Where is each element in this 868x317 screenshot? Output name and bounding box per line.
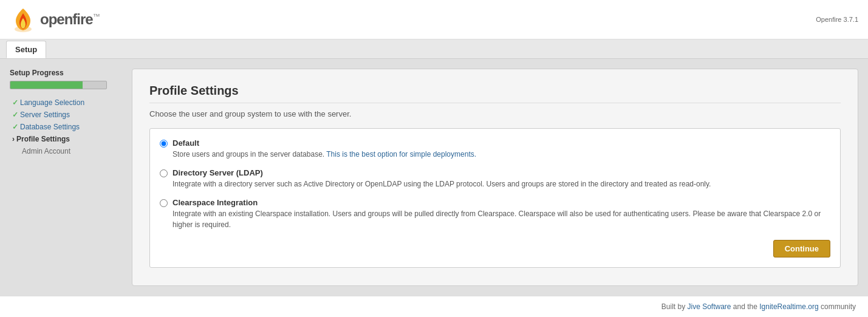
sidebar: Setup Progress ✓ Language Selection ✓ Se… xyxy=(10,69,122,286)
footer-link-jive[interactable]: Jive Software xyxy=(688,302,731,311)
check-icon: ✓ xyxy=(12,98,18,107)
sidebar-label-admin: Admin Account xyxy=(22,147,70,155)
sidebar-link-server[interactable]: Server Settings xyxy=(20,111,70,119)
option-default-desc: Store users and groups in the server dat… xyxy=(173,149,830,160)
sidebar-link-language[interactable]: Language Selection xyxy=(20,98,84,107)
sidebar-item-profile: › Profile Settings xyxy=(10,133,122,145)
option-clearspace: Clearspace Integration Integrate with an… xyxy=(160,198,830,230)
sidebar-item-database: ✓ Database Settings xyxy=(10,121,122,133)
footer-text-before: Built by xyxy=(661,302,688,311)
radio-clearspace[interactable] xyxy=(160,199,168,207)
sidebar-item-language: ✓ Language Selection xyxy=(10,97,122,109)
option-clearspace-label[interactable]: Clearspace Integration xyxy=(173,198,258,207)
openfire-logo-icon xyxy=(10,6,36,33)
radio-default[interactable] xyxy=(160,140,168,148)
option-ldap-content: Directory Server (LDAP) Integrate with a… xyxy=(173,168,830,189)
option-default-label[interactable]: Default xyxy=(173,138,199,148)
page-title: Profile Settings xyxy=(149,84,841,103)
check-icon: ✓ xyxy=(12,111,18,119)
option-ldap: Directory Server (LDAP) Integrate with a… xyxy=(160,168,830,189)
option-clearspace-desc: Integrate with an existing Clearspace in… xyxy=(173,208,830,230)
sidebar-item-admin: Admin Account xyxy=(10,145,122,157)
tab-setup[interactable]: Setup xyxy=(6,41,46,58)
option-default-desc-plain: Store users and groups in the server dat… xyxy=(173,150,326,158)
logo-wordmark: openfire™ xyxy=(40,11,100,28)
nav-tabs: Setup xyxy=(0,39,868,59)
footer: Built by Jive Software and the IgniteRea… xyxy=(0,296,868,317)
sidebar-item-server: ✓ Server Settings xyxy=(10,109,122,121)
header: openfire™ Openfire 3.7.1 xyxy=(0,0,868,39)
option-default-desc-highlight: This is the best option for simple deplo… xyxy=(326,150,476,158)
arrow-icon: › xyxy=(12,135,15,143)
content-panel: Profile Settings Choose the user and gro… xyxy=(132,69,858,286)
main-area: Setup Progress ✓ Language Selection ✓ Se… xyxy=(0,59,868,296)
sidebar-label-profile: Profile Settings xyxy=(16,135,70,143)
logo: openfire™ xyxy=(10,6,100,33)
check-icon: ✓ xyxy=(12,123,18,131)
options-box: Default Store users and groups in the se… xyxy=(149,128,841,268)
page-description: Choose the user and group system to use … xyxy=(149,109,841,118)
continue-button[interactable]: Continue xyxy=(773,240,830,257)
button-row: Continue xyxy=(160,240,830,257)
radio-ldap[interactable] xyxy=(160,169,168,177)
version-label: Openfire 3.7.1 xyxy=(816,16,858,23)
option-default-content: Default Store users and groups in the se… xyxy=(173,138,830,160)
option-default: Default Store users and groups in the se… xyxy=(160,138,830,160)
option-ldap-desc: Integrate with a directory server such a… xyxy=(173,179,830,189)
footer-link-ignite[interactable]: IgniteRealtime.org xyxy=(759,302,818,311)
option-ldap-label[interactable]: Directory Server (LDAP) xyxy=(173,168,263,177)
footer-text-middle: and the xyxy=(731,302,760,311)
sidebar-link-database[interactable]: Database Settings xyxy=(20,123,80,131)
footer-text-after: community xyxy=(819,302,856,311)
progress-bar xyxy=(10,81,107,89)
content-inner: Profile Settings Choose the user and gro… xyxy=(132,69,858,282)
progress-bar-fill xyxy=(10,81,83,89)
setup-progress-label: Setup Progress xyxy=(10,69,122,77)
option-clearspace-content: Clearspace Integration Integrate with an… xyxy=(173,198,830,230)
